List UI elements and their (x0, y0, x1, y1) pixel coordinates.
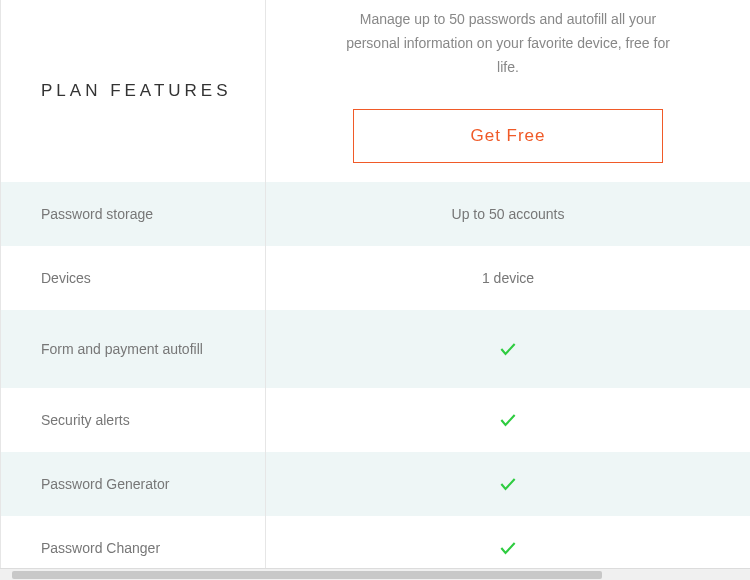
get-free-button[interactable]: Get Free (353, 109, 663, 163)
table-row: Password storage Up to 50 accounts (1, 182, 750, 246)
check-icon (498, 339, 518, 359)
feature-value (266, 388, 750, 452)
feature-label: Password Generator (1, 452, 266, 516)
plan-summary-cell: Manage up to 50 passwords and autofill a… (266, 0, 750, 182)
check-icon (498, 538, 518, 558)
check-icon (498, 474, 518, 494)
table-row: Form and payment autofill (1, 310, 750, 388)
table-row: Security alerts (1, 388, 750, 452)
plan-features-heading: PLAN FEATURES (41, 78, 232, 104)
table-row: Devices 1 device (1, 246, 750, 310)
pricing-table-container: PLAN FEATURES Manage up to 50 passwords … (0, 0, 750, 580)
feature-label: Devices (1, 246, 266, 310)
table-row: Password Generator (1, 452, 750, 516)
feature-value (266, 310, 750, 388)
scrollbar-thumb[interactable] (12, 571, 602, 579)
feature-value: Up to 50 accounts (266, 182, 750, 246)
feature-value (266, 452, 750, 516)
feature-value: 1 device (266, 246, 750, 310)
plan-description: Manage up to 50 passwords and autofill a… (338, 8, 678, 79)
check-icon (498, 410, 518, 430)
feature-label: Form and payment autofill (1, 310, 266, 388)
feature-label: Security alerts (1, 388, 266, 452)
feature-label: Password storage (1, 182, 266, 246)
plan-features-heading-cell: PLAN FEATURES (1, 0, 266, 182)
top-section: PLAN FEATURES Manage up to 50 passwords … (1, 0, 750, 182)
features-table: Password storage Up to 50 accounts Devic… (1, 182, 750, 580)
horizontal-scrollbar[interactable] (0, 568, 750, 580)
